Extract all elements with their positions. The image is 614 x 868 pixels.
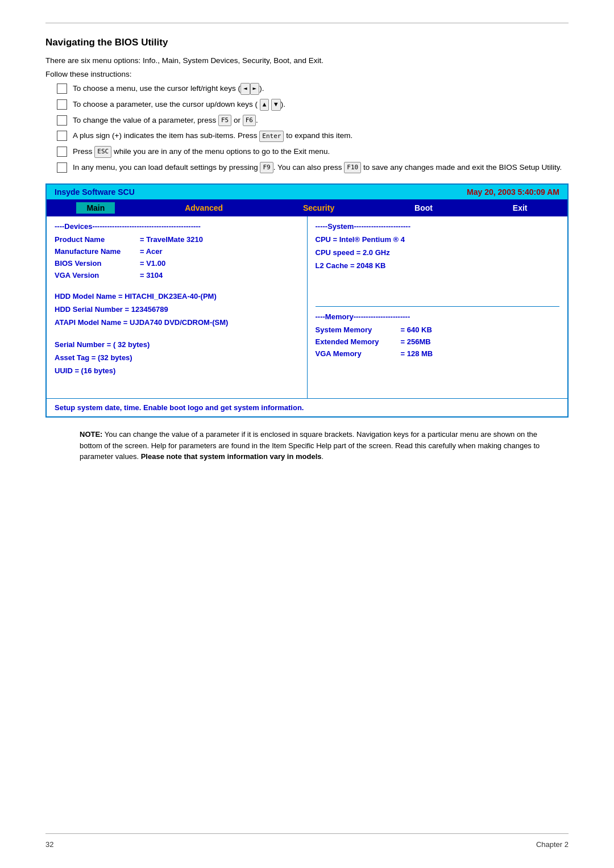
list-item: A plus sign (+) indicates the item has s… bbox=[57, 130, 569, 142]
bios-menu-boot[interactable]: Boot bbox=[404, 202, 443, 214]
key-down: ▼ bbox=[271, 99, 281, 111]
bios-vga-memory-value: = 128 MB bbox=[401, 349, 433, 358]
key-enter: Enter bbox=[259, 131, 284, 143]
bullet-checkbox-icon bbox=[57, 162, 67, 173]
bios-right-panel: -----System----------------------- CPU =… bbox=[308, 216, 568, 398]
key-f5: F5 bbox=[218, 115, 231, 127]
list-item: Press ESC while you are in any of the me… bbox=[57, 146, 569, 158]
bios-product-name-row: Product Name = TravelMate 3210 bbox=[55, 235, 299, 244]
key-left: ◄ bbox=[240, 83, 250, 95]
bios-extended-memory-value: = 256MB bbox=[401, 337, 431, 346]
note-text: You can change the value of a parameter … bbox=[80, 430, 540, 461]
bios-product-name-value: = TravelMate 3210 bbox=[140, 235, 203, 244]
bios-content-area: ----Devices-----------------------------… bbox=[47, 216, 567, 398]
bios-left-panel: ----Devices-----------------------------… bbox=[47, 216, 308, 398]
bios-bios-version-label: BIOS Version bbox=[55, 259, 140, 268]
section-heading: Navigating the BIOS Utility bbox=[45, 37, 569, 48]
bios-extended-memory-row: Extended Memory = 256MB bbox=[316, 337, 560, 346]
list-item: To choose a menu, use the cursor left/ri… bbox=[57, 83, 569, 95]
bios-uuid-line: UUID = (16 bytes) bbox=[55, 366, 299, 375]
bullet-text: To choose a parameter, use the cursor up… bbox=[73, 99, 569, 111]
key-f9: F9 bbox=[260, 162, 273, 174]
bios-hdd-serial-line: HDD Serial Number = 123456789 bbox=[55, 305, 299, 314]
note-bold-text: Please note that system information vary… bbox=[141, 452, 322, 461]
key-f10: F10 bbox=[344, 162, 361, 174]
bullet-text: Press ESC while you are in any of the me… bbox=[73, 146, 569, 158]
bios-menu-advanced[interactable]: Advanced bbox=[175, 202, 233, 214]
list-item: To choose a parameter, use the cursor up… bbox=[57, 99, 569, 111]
bios-vga-version-label: VGA Version bbox=[55, 271, 140, 279]
bios-system-section: -----System----------------------- CPU =… bbox=[316, 222, 560, 270]
bios-asset-tag-line: Asset Tag = (32 bytes) bbox=[55, 353, 299, 362]
bios-container: Insyde Software SCU May 20, 2003 5:40:09… bbox=[45, 183, 569, 418]
bullet-text: To change the value of a parameter, pres… bbox=[73, 115, 569, 127]
bottom-rule bbox=[45, 833, 569, 834]
bios-system-memory-row: System Memory = 640 KB bbox=[316, 326, 560, 334]
list-item: In any menu, you can load default settin… bbox=[57, 162, 569, 174]
bios-manufacture-value: = Acer bbox=[140, 247, 163, 256]
bios-vga-memory-label: VGA Memory bbox=[316, 349, 401, 358]
bios-devices-header: ----Devices-----------------------------… bbox=[55, 222, 299, 231]
bios-header: Insyde Software SCU May 20, 2003 5:40:09… bbox=[47, 185, 567, 199]
bullet-text: In any menu, you can load default settin… bbox=[73, 162, 569, 174]
bios-status-bar: Setup system date, time. Enable boot log… bbox=[47, 398, 567, 416]
bios-manufacture-label: Manufacture Name bbox=[55, 247, 140, 256]
footer-page-number: 32 bbox=[45, 840, 53, 849]
note-label: NOTE: bbox=[80, 430, 102, 439]
key-right: ► bbox=[250, 83, 260, 95]
bios-atapi-model-line: ATAPI Model Name = UJDA740 DVD/CDROM-(SM… bbox=[55, 318, 299, 327]
footer-chapter: Chapter 2 bbox=[536, 840, 569, 849]
footer: 32 Chapter 2 bbox=[45, 840, 569, 849]
bios-cpu-speed-line: CPU speed = 2.0 GHz bbox=[316, 248, 560, 257]
key-up: ▲ bbox=[260, 99, 269, 111]
bios-system-memory-label: System Memory bbox=[316, 326, 401, 334]
key-esc: ESC bbox=[94, 146, 111, 158]
bios-cpu-line: CPU = Intel® Pentium ® 4 bbox=[316, 235, 560, 244]
bios-vga-memory-row: VGA Memory = 128 MB bbox=[316, 349, 560, 358]
bios-bios-version-value: = V1.00 bbox=[140, 259, 165, 268]
bios-system-header: -----System----------------------- bbox=[316, 222, 560, 231]
bios-vga-version-row: VGA Version = 3104 bbox=[55, 271, 299, 279]
bullet-checkbox-icon bbox=[57, 84, 67, 94]
bios-memory-section: ----Memory----------------------- System… bbox=[316, 306, 560, 358]
bullet-checkbox-icon bbox=[57, 131, 67, 141]
bios-menu-security[interactable]: Security bbox=[293, 202, 345, 214]
bullet-checkbox-icon bbox=[57, 99, 67, 110]
bios-extended-memory-label: Extended Memory bbox=[316, 337, 401, 346]
bios-menu-bar: Main Advanced Security Boot Exit bbox=[47, 199, 567, 216]
bullet-checkbox-icon bbox=[57, 115, 67, 126]
bios-header-title: Insyde Software SCU bbox=[55, 187, 135, 197]
bullet-text: To choose a menu, use the cursor left/ri… bbox=[73, 83, 569, 95]
intro-text: There are six menu options: Info., Main,… bbox=[45, 55, 569, 66]
bios-hdd-model-line: HDD Model Name = HITACHI_DK23EA-40-(PM) bbox=[55, 292, 299, 301]
key-f6: F6 bbox=[243, 115, 256, 127]
bios-serial-number-line: Serial Number = ( 32 bytes) bbox=[55, 340, 299, 349]
bios-manufacture-name-row: Manufacture Name = Acer bbox=[55, 247, 299, 256]
note-section: NOTE: You can change the value of a para… bbox=[45, 429, 569, 462]
top-rule bbox=[45, 23, 569, 23]
instructions-label: Follow these instructions: bbox=[45, 70, 569, 78]
bios-system-memory-value: = 640 KB bbox=[401, 326, 432, 334]
bios-bios-version-row: BIOS Version = V1.00 bbox=[55, 259, 299, 268]
bios-memory-header: ----Memory----------------------- bbox=[316, 312, 560, 321]
bios-menu-main[interactable]: Main bbox=[76, 202, 115, 214]
bios-product-name-label: Product Name bbox=[55, 235, 140, 244]
page: Navigating the BIOS Utility There are si… bbox=[0, 0, 614, 868]
list-item: To change the value of a parameter, pres… bbox=[57, 115, 569, 127]
bios-header-datetime: May 20, 2003 5:40:09 AM bbox=[467, 187, 559, 197]
bullet-text: A plus sign (+) indicates the item has s… bbox=[73, 130, 569, 142]
bios-vga-version-value: = 3104 bbox=[140, 271, 163, 279]
bios-l2-cache-line: L2 Cache = 2048 KB bbox=[316, 261, 560, 270]
bullet-checkbox-icon bbox=[57, 147, 67, 157]
bullet-list: To choose a menu, use the cursor left/ri… bbox=[57, 83, 569, 173]
bios-menu-exit[interactable]: Exit bbox=[503, 202, 538, 214]
